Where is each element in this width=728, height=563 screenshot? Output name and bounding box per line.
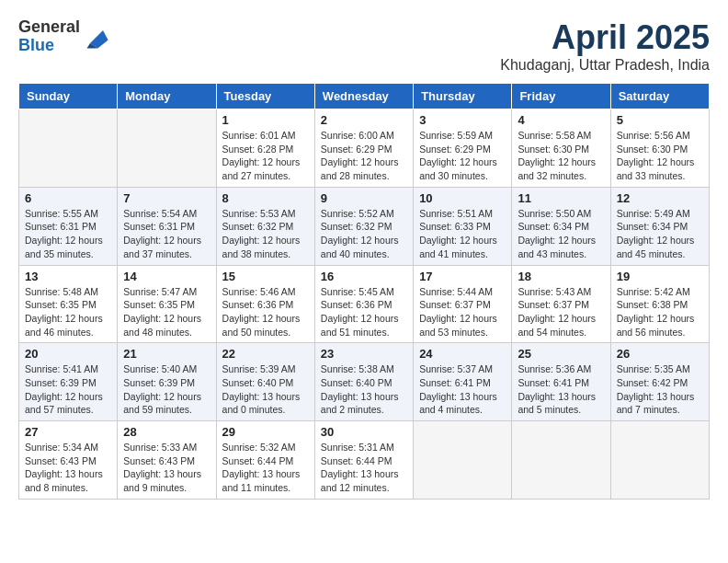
day-number: 24 (419, 347, 506, 361)
calendar-header-row: SundayMondayTuesdayWednesdayThursdayFrid… (19, 84, 710, 109)
location-title: Khudaganj, Uttar Pradesh, India (500, 57, 710, 74)
day-number: 23 (321, 347, 407, 361)
day-number: 20 (25, 347, 111, 361)
day-number: 10 (419, 191, 506, 205)
calendar-day-cell: 9Sunrise: 5:52 AM Sunset: 6:32 PM Daylig… (314, 187, 413, 265)
calendar-day-cell: 7Sunrise: 5:54 AM Sunset: 6:31 PM Daylig… (118, 187, 216, 265)
calendar-week-row: 20Sunrise: 5:41 AM Sunset: 6:39 PM Dayli… (19, 343, 710, 421)
calendar-day-cell: 13Sunrise: 5:48 AM Sunset: 6:35 PM Dayli… (19, 265, 118, 343)
day-number: 14 (123, 270, 210, 283)
calendar-day-cell: 12Sunrise: 5:49 AM Sunset: 6:34 PM Dayli… (610, 187, 709, 265)
calendar-day-cell: 14Sunrise: 5:47 AM Sunset: 6:35 PM Dayli… (118, 265, 216, 343)
day-number: 21 (123, 347, 210, 361)
page-header: General Blue April 2025 Khudaganj, Uttar… (18, 18, 710, 74)
calendar-day-cell: 27Sunrise: 5:34 AM Sunset: 6:43 PM Dayli… (19, 421, 118, 500)
day-number: 25 (518, 347, 604, 361)
day-info: Sunrise: 5:49 AM Sunset: 6:34 PM Dayligh… (617, 207, 703, 261)
calendar-day-cell: 8Sunrise: 5:53 AM Sunset: 6:32 PM Daylig… (216, 187, 314, 265)
calendar-day-cell (118, 109, 216, 188)
calendar-day-cell: 30Sunrise: 5:31 AM Sunset: 6:44 PM Dayli… (314, 421, 413, 500)
calendar-day-cell: 16Sunrise: 5:45 AM Sunset: 6:36 PM Dayli… (314, 265, 413, 343)
day-info: Sunrise: 5:56 AM Sunset: 6:30 PM Dayligh… (617, 129, 703, 183)
day-info: Sunrise: 5:41 AM Sunset: 6:39 PM Dayligh… (25, 362, 111, 417)
day-info: Sunrise: 5:31 AM Sunset: 6:44 PM Dayligh… (321, 441, 407, 495)
day-number: 8 (222, 191, 309, 205)
day-number: 13 (25, 270, 111, 283)
logo: General Blue (18, 18, 109, 55)
day-info: Sunrise: 5:43 AM Sunset: 6:37 PM Dayligh… (518, 285, 604, 339)
calendar-day-cell: 24Sunrise: 5:37 AM Sunset: 6:41 PM Dayli… (414, 343, 512, 421)
month-title: April 2025 (500, 18, 710, 57)
calendar-week-row: 27Sunrise: 5:34 AM Sunset: 6:43 PM Dayli… (19, 421, 710, 500)
day-info: Sunrise: 5:37 AM Sunset: 6:41 PM Dayligh… (419, 362, 506, 417)
day-number: 19 (617, 270, 703, 283)
day-of-week-header: Monday (118, 84, 216, 109)
calendar-day-cell: 25Sunrise: 5:36 AM Sunset: 6:41 PM Dayli… (512, 343, 610, 421)
day-of-week-header: Sunday (19, 84, 118, 109)
calendar-week-row: 13Sunrise: 5:48 AM Sunset: 6:35 PM Dayli… (19, 265, 710, 343)
calendar-day-cell: 19Sunrise: 5:42 AM Sunset: 6:38 PM Dayli… (610, 265, 709, 343)
day-number: 7 (123, 191, 210, 205)
day-info: Sunrise: 5:50 AM Sunset: 6:34 PM Dayligh… (518, 207, 604, 261)
day-info: Sunrise: 5:35 AM Sunset: 6:42 PM Dayligh… (617, 362, 703, 417)
day-info: Sunrise: 5:42 AM Sunset: 6:38 PM Dayligh… (617, 285, 703, 339)
calendar-day-cell: 11Sunrise: 5:50 AM Sunset: 6:34 PM Dayli… (512, 187, 610, 265)
day-info: Sunrise: 6:00 AM Sunset: 6:29 PM Dayligh… (321, 129, 407, 183)
calendar-day-cell (19, 109, 118, 188)
calendar-day-cell: 1Sunrise: 6:01 AM Sunset: 6:28 PM Daylig… (216, 109, 314, 188)
day-number: 2 (321, 113, 407, 127)
day-info: Sunrise: 5:52 AM Sunset: 6:32 PM Dayligh… (321, 207, 407, 261)
day-info: Sunrise: 5:46 AM Sunset: 6:36 PM Dayligh… (222, 285, 309, 339)
day-number: 15 (222, 270, 309, 283)
day-number: 5 (617, 113, 703, 127)
day-info: Sunrise: 5:55 AM Sunset: 6:31 PM Dayligh… (25, 207, 111, 261)
calendar-day-cell (610, 421, 709, 500)
day-info: Sunrise: 6:01 AM Sunset: 6:28 PM Dayligh… (222, 129, 309, 183)
day-info: Sunrise: 5:51 AM Sunset: 6:33 PM Dayligh… (419, 207, 506, 261)
calendar-day-cell: 17Sunrise: 5:44 AM Sunset: 6:37 PM Dayli… (414, 265, 512, 343)
title-block: April 2025 Khudaganj, Uttar Pradesh, Ind… (500, 18, 710, 74)
calendar-day-cell: 26Sunrise: 5:35 AM Sunset: 6:42 PM Dayli… (610, 343, 709, 421)
day-number: 12 (617, 191, 703, 205)
day-info: Sunrise: 5:44 AM Sunset: 6:37 PM Dayligh… (419, 285, 506, 339)
day-info: Sunrise: 5:59 AM Sunset: 6:29 PM Dayligh… (419, 129, 506, 183)
calendar-day-cell: 23Sunrise: 5:38 AM Sunset: 6:40 PM Dayli… (314, 343, 413, 421)
day-number: 27 (25, 425, 111, 439)
calendar-day-cell (512, 421, 610, 500)
day-number: 30 (321, 425, 407, 439)
calendar-day-cell: 2Sunrise: 6:00 AM Sunset: 6:29 PM Daylig… (314, 109, 413, 188)
day-of-week-header: Saturday (610, 84, 709, 109)
day-number: 6 (25, 191, 111, 205)
day-number: 4 (518, 113, 604, 127)
calendar-week-row: 1Sunrise: 6:01 AM Sunset: 6:28 PM Daylig… (19, 109, 710, 188)
logo-icon (84, 24, 109, 50)
logo-blue: Blue (18, 37, 80, 55)
calendar-table: SundayMondayTuesdayWednesdayThursdayFrid… (18, 83, 710, 500)
day-info: Sunrise: 5:45 AM Sunset: 6:36 PM Dayligh… (321, 285, 407, 339)
day-of-week-header: Thursday (414, 84, 512, 109)
day-info: Sunrise: 5:47 AM Sunset: 6:35 PM Dayligh… (123, 285, 210, 339)
day-info: Sunrise: 5:54 AM Sunset: 6:31 PM Dayligh… (123, 207, 210, 261)
day-info: Sunrise: 5:39 AM Sunset: 6:40 PM Dayligh… (222, 362, 309, 417)
day-number: 28 (123, 425, 210, 439)
day-number: 26 (617, 347, 703, 361)
calendar-day-cell: 5Sunrise: 5:56 AM Sunset: 6:30 PM Daylig… (610, 109, 709, 188)
day-number: 16 (321, 270, 407, 283)
calendar-day-cell: 3Sunrise: 5:59 AM Sunset: 6:29 PM Daylig… (414, 109, 512, 188)
day-info: Sunrise: 5:32 AM Sunset: 6:44 PM Dayligh… (222, 441, 309, 495)
day-info: Sunrise: 5:34 AM Sunset: 6:43 PM Dayligh… (25, 441, 111, 495)
day-of-week-header: Wednesday (314, 84, 413, 109)
day-of-week-header: Friday (512, 84, 610, 109)
calendar-day-cell: 18Sunrise: 5:43 AM Sunset: 6:37 PM Dayli… (512, 265, 610, 343)
day-number: 11 (518, 191, 604, 205)
day-number: 17 (419, 270, 506, 283)
day-number: 1 (222, 113, 309, 127)
day-number: 18 (518, 270, 604, 283)
logo-general: General (18, 18, 80, 37)
day-info: Sunrise: 5:48 AM Sunset: 6:35 PM Dayligh… (25, 285, 111, 339)
day-number: 3 (419, 113, 506, 127)
calendar-day-cell: 10Sunrise: 5:51 AM Sunset: 6:33 PM Dayli… (414, 187, 512, 265)
day-info: Sunrise: 5:58 AM Sunset: 6:30 PM Dayligh… (518, 129, 604, 183)
day-info: Sunrise: 5:53 AM Sunset: 6:32 PM Dayligh… (222, 207, 309, 261)
day-of-week-header: Tuesday (216, 84, 314, 109)
